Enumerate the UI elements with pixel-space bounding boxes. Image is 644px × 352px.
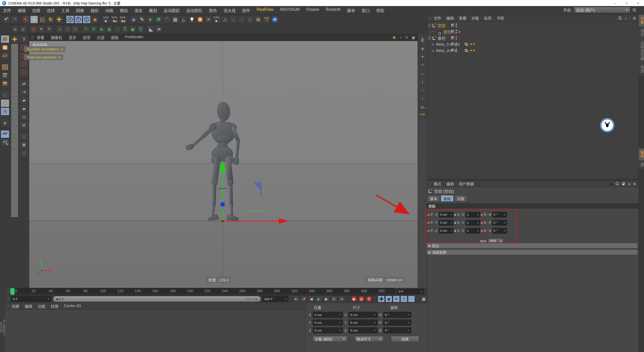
menu-item[interactable]: 选择 bbox=[47, 7, 55, 13]
play-button[interactable]: ▶ bbox=[315, 296, 322, 302]
gap2[interactable] bbox=[20, 129, 28, 132]
om-menu-item[interactable]: 标签 bbox=[484, 15, 492, 21]
undo-icon[interactable]: ↶ bbox=[3, 16, 10, 23]
move-tool-icon[interactable] bbox=[30, 16, 38, 23]
live-selection-icon[interactable]: ↖ bbox=[22, 16, 30, 23]
viewport-menu-item[interactable]: 显示 bbox=[69, 35, 76, 40]
pan-view-icon[interactable] bbox=[393, 36, 396, 39]
menu-item[interactable]: 网格 bbox=[76, 7, 84, 13]
help-tool-icon[interactable]: ? bbox=[20, 35, 28, 43]
align-right-icon[interactable]: → bbox=[419, 86, 427, 93]
joint-align-icon[interactable]: ╬ bbox=[419, 36, 427, 43]
lasso-select-icon[interactable] bbox=[20, 60, 28, 68]
freeze-transform-section[interactable]: ▶冻结变换 bbox=[426, 249, 638, 255]
disabled-mirror-icon[interactable]: ⇥ bbox=[20, 88, 28, 96]
tab-structure[interactable]: 构造 bbox=[639, 63, 644, 76]
sep2[interactable] bbox=[53, 25, 56, 33]
material-menu-item[interactable]: 纹理 bbox=[51, 303, 58, 309]
keying-help-button[interactable]: ? bbox=[366, 296, 372, 302]
redo-icon[interactable]: ↷ bbox=[11, 16, 19, 23]
disabled-dots2-icon[interactable]: ∷ bbox=[20, 149, 28, 157]
goto-end-button[interactable]: ⇥ bbox=[338, 296, 345, 302]
primitive-cube-icon[interactable]: ◆ bbox=[130, 16, 138, 23]
rot-b-field[interactable]: 0 °⇅ bbox=[383, 327, 411, 333]
gap2[interactable] bbox=[373, 296, 377, 302]
rotate-view-icon[interactable]: ↻ bbox=[405, 35, 408, 39]
key-pla-button[interactable]: ∷ bbox=[408, 296, 415, 302]
viewport-menu-item[interactable]: 查看 bbox=[37, 35, 44, 40]
drop-to-floor-icon[interactable]: ↓ bbox=[229, 16, 237, 23]
path-dots-icon[interactable]: ∵ bbox=[113, 25, 121, 33]
tree-row-null[interactable]: − 空白 bbox=[427, 22, 638, 28]
tab-content-browser[interactable]: 内容浏览器 bbox=[639, 39, 644, 63]
spread-v-icon[interactable]: ↕ bbox=[419, 77, 427, 85]
panel-handle[interactable] bbox=[31, 35, 34, 39]
coordinates-section-header[interactable]: 坐标 bbox=[426, 203, 638, 209]
layer-square[interactable] bbox=[451, 42, 455, 46]
quaternion-section[interactable]: ▶四元 bbox=[426, 243, 638, 248]
fx-icon[interactable]: .fx bbox=[155, 25, 163, 33]
goto-start-button[interactable]: ⇤ bbox=[293, 296, 300, 302]
selection-tag-dots[interactable] bbox=[470, 43, 475, 45]
prev-frame-button[interactable]: ◀ bbox=[308, 296, 315, 302]
menu-item[interactable]: 雕刻 bbox=[149, 7, 157, 13]
menu-item[interactable]: 动画 bbox=[105, 7, 113, 13]
interface-dropdown[interactable]: 启动 (用户)▼ bbox=[574, 7, 630, 13]
search-icon[interactable] bbox=[615, 182, 619, 186]
sep4[interactable] bbox=[127, 16, 129, 23]
motion-clip-icon[interactable]: ▶ bbox=[213, 16, 221, 23]
menu-item[interactable]: 编辑 bbox=[18, 7, 26, 13]
tab-attributes[interactable]: 属性 bbox=[639, 149, 644, 161]
close-button[interactable]: × bbox=[632, 0, 644, 6]
viewport-menu-item[interactable]: 选项 bbox=[83, 35, 90, 40]
point-cache-icon[interactable]: ⊘ bbox=[30, 25, 37, 33]
autokey-button[interactable]: ◎ bbox=[358, 296, 365, 302]
psr-transfer-icon[interactable]: PSR bbox=[419, 111, 427, 118]
link-icon[interactable]: ◦ bbox=[629, 16, 630, 20]
last-tool-icon[interactable] bbox=[55, 16, 63, 23]
poly-select-icon[interactable] bbox=[20, 68, 28, 76]
menu-item[interactable]: 渲染 bbox=[134, 7, 142, 13]
menu-item[interactable]: 捕捉 bbox=[91, 7, 99, 13]
disabled-move-icon[interactable]: ⇄ bbox=[20, 80, 28, 87]
new-panel-icon[interactable]: ⊞ bbox=[633, 16, 636, 20]
texture-mode-icon[interactable] bbox=[1, 43, 9, 51]
layer-square[interactable] bbox=[451, 49, 455, 52]
move-palette-icon[interactable] bbox=[10, 35, 19, 43]
end-frame-field[interactable]: 430 F⇅ bbox=[262, 296, 288, 302]
lattice-icon[interactable]: ✳ bbox=[90, 25, 97, 33]
remove-object-icon[interactable]: − bbox=[419, 61, 427, 68]
pos-z-field[interactable]: 0 cm⇅ bbox=[313, 327, 343, 333]
environment-icon[interactable]: ▦ bbox=[171, 16, 179, 23]
om-menu-item[interactable]: 书签 bbox=[497, 15, 504, 21]
next-frame-button[interactable]: ▶ bbox=[323, 296, 330, 302]
cage-deform-icon[interactable]: ✳ bbox=[82, 25, 90, 33]
dashed-circle-icon[interactable]: ◌ bbox=[246, 16, 254, 23]
menu-item[interactable]: 模拟 bbox=[120, 7, 128, 13]
sep1[interactable] bbox=[27, 25, 29, 33]
sep4[interactable] bbox=[145, 25, 147, 33]
search-icon[interactable] bbox=[632, 8, 636, 12]
gap3[interactable] bbox=[416, 296, 420, 302]
key-scale-button[interactable]: ▣ bbox=[385, 296, 392, 302]
tab-takes[interactable]: 场次 bbox=[639, 27, 644, 39]
menu-item[interactable]: 窗口 bbox=[361, 7, 370, 13]
wire-sphere-icon[interactable]: ○ bbox=[238, 16, 246, 23]
sep3[interactable] bbox=[99, 16, 102, 23]
tool-palette-strip[interactable] bbox=[11, 43, 18, 217]
apply-button[interactable]: 应用 bbox=[391, 336, 419, 342]
add-camera-icon[interactable]: + bbox=[419, 102, 427, 110]
brush-points-icon[interactable]: ✎ bbox=[46, 25, 53, 33]
keyframe-film-button[interactable]: ▦ bbox=[420, 296, 427, 302]
scale-tool-icon[interactable]: ◱ bbox=[38, 16, 46, 23]
new-panel-icon[interactable]: ⊞ bbox=[633, 182, 636, 186]
spline-pen-icon[interactable]: ✎ bbox=[138, 16, 146, 23]
tab-layers[interactable]: 层 bbox=[639, 161, 644, 169]
poly-pen-icon[interactable]: ◆ bbox=[98, 25, 105, 33]
am-menu-item[interactable]: 编辑 bbox=[446, 181, 454, 186]
align-down-icon[interactable]: ↓ bbox=[419, 94, 427, 102]
row-handle[interactable] bbox=[7, 297, 10, 301]
axis-mode-icon[interactable]: ∟ bbox=[1, 91, 9, 99]
menu-item[interactable]: Octane bbox=[306, 7, 319, 13]
menu-item[interactable]: 运动图形 bbox=[186, 7, 202, 13]
